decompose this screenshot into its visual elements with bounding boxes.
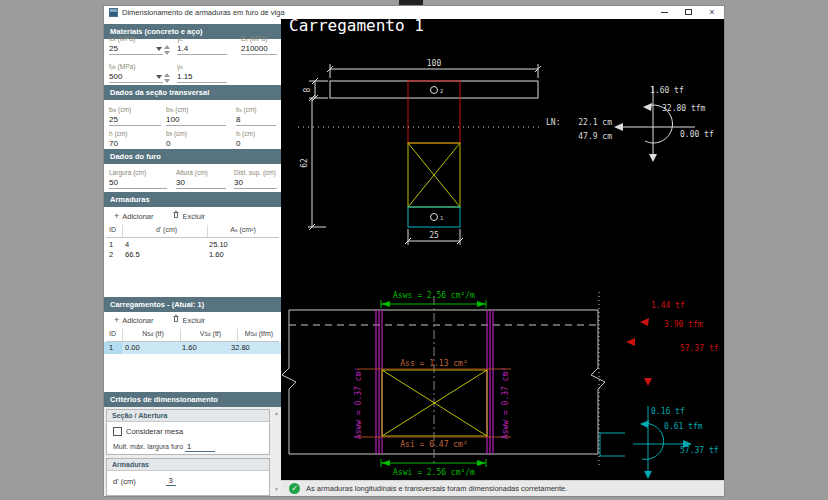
armaduras-table-row[interactable]: 1 4 25.10	[106, 240, 279, 250]
scroll-down-icon[interactable]: ▼	[274, 486, 279, 492]
fyk-spinner[interactable]	[164, 73, 172, 83]
marker-bottom: 1	[440, 215, 443, 221]
asws-label: Asws = 2.56 cm²/m	[393, 291, 475, 300]
dim-flange-thick: 8	[303, 87, 312, 92]
dist-sup-input[interactable]: 30	[234, 178, 277, 189]
armaduras-table-header: ID d' (cm) As (cm²)	[106, 225, 279, 237]
maximize-icon	[685, 9, 692, 15]
ass-label: Ass = 1.13 cm²	[400, 359, 467, 368]
app-window: Dimensionamento de armaduras em furo de …	[103, 5, 725, 497]
canvas-title: Carregamento 1	[289, 19, 424, 35]
section-header-furo: Dados do furo	[104, 149, 281, 164]
armaduras-table-row[interactable]: 2 66.5 1.60	[106, 250, 279, 260]
fck-input[interactable]: 25	[109, 44, 163, 55]
dim-web-width: 25	[429, 231, 439, 240]
minimize-button[interactable]	[652, 6, 676, 19]
marker-top: 2	[440, 88, 443, 94]
bfi-field: bfi (cm) 0	[166, 130, 226, 150]
armaduras-toolbar: +Adicionar Excluir	[104, 209, 281, 222]
bottom-strut-force-diagram: 0.16 tf 0.61 tfm 57.37 tf	[600, 406, 719, 479]
bot-force-n: 57.37 tf	[680, 446, 719, 455]
es-field: Es (MPa) 210000	[241, 35, 277, 55]
normal-force-arrow-icon	[614, 123, 623, 131]
mult-largura-input[interactable]: 1	[185, 442, 215, 452]
gamma-c-input[interactable]: 1.4	[177, 44, 227, 55]
add-rebar-button[interactable]: +Adicionar	[114, 211, 154, 221]
top-strut-bracket	[600, 310, 625, 371]
tfs-field: tfs (cm) 8	[236, 106, 276, 126]
moment-arrow-icon	[640, 420, 649, 428]
app-icon	[109, 8, 118, 17]
spinner-down-icon[interactable]	[164, 79, 170, 83]
force-n: 0.00 tf	[680, 130, 714, 139]
delete-load-button[interactable]: Excluir	[172, 314, 206, 325]
force-v: 1.60 tf	[650, 86, 684, 95]
fyk-input[interactable]: 500	[109, 72, 163, 83]
minimize-icon	[661, 12, 668, 13]
stirrups-right	[487, 310, 493, 454]
d-linha-input[interactable]: 3	[166, 476, 176, 486]
tfi-field: tfi (cm) 0	[236, 130, 276, 150]
mult-largura-label: Mult. máx. largura furo	[113, 443, 183, 450]
altura-input[interactable]: 30	[176, 178, 226, 189]
plus-icon: +	[114, 315, 119, 325]
largura-field: Largura (cm) 50	[109, 169, 167, 189]
bfs-input[interactable]: 100	[166, 115, 226, 126]
h-field: h (cm) 70	[109, 130, 161, 150]
elevation-figure: Ass = 1.13 cm² Asi = 0.47 cm² Asww = 0.3…	[282, 291, 719, 479]
drawing-canvas: Carregamento 1 2 1	[281, 19, 724, 480]
sidebar-panel: Materiais (concreto e aço) fck (MPa) 25 …	[104, 19, 281, 496]
spinner-up-icon[interactable]	[164, 45, 170, 49]
largura-input[interactable]: 50	[109, 178, 167, 189]
gamma-s-field: γs 1.15	[177, 63, 227, 83]
d-linha-label: d' (cm)	[113, 477, 136, 486]
bottom-strut-bracket	[600, 433, 625, 456]
bot-force-v: 0.16 tf	[651, 407, 685, 416]
spinner-down-icon[interactable]	[164, 51, 170, 55]
top-force-n: 57.37 tf	[680, 344, 719, 353]
beam-break-left	[282, 310, 296, 454]
shear-arrow-icon	[644, 378, 652, 386]
maximize-button[interactable]	[676, 6, 700, 19]
carregamentos-table-row-selected[interactable]: 1 0.00 1.60 32.80	[104, 342, 281, 354]
fyk-field: fyk (MPa) 500	[109, 63, 163, 83]
gamma-c-field: γc 1.4	[177, 35, 227, 55]
dropdown-caret-icon[interactable]	[156, 47, 162, 51]
cross-section-figure: 2 1 100	[298, 59, 714, 245]
altura-field: Altura (cm) 30	[176, 169, 226, 189]
considerar-mesa-label: Considerar mesa	[126, 427, 183, 436]
considerar-mesa-checkbox[interactable]	[113, 427, 122, 436]
considerar-mesa-row: Considerar mesa	[113, 427, 183, 436]
dropdown-caret-icon[interactable]	[156, 75, 162, 79]
drawing-svg: Carregamento 1 2 1	[281, 19, 719, 480]
scroll-up-icon[interactable]: ▲	[274, 410, 279, 416]
top-force-m: 3.90 tfm	[664, 320, 703, 329]
spinner-up-icon[interactable]	[164, 73, 170, 77]
es-input[interactable]: 210000	[241, 44, 277, 55]
status-bar: ✓ As armaduras longitudinais e transvers…	[281, 480, 724, 496]
fyk-label: fyk (MPa)	[109, 63, 163, 72]
force-m: 32.80 tfm	[662, 104, 706, 113]
trash-icon	[172, 314, 180, 323]
bw-field: bw (cm) 25	[109, 106, 161, 126]
fck-spinner[interactable]	[164, 45, 172, 55]
success-check-icon: ✓	[289, 483, 300, 494]
shear-arrow-icon	[644, 471, 652, 479]
dist-sup-field: Dist. sup. (cm) 30	[234, 169, 277, 189]
ln-label: LN:	[546, 118, 560, 127]
criterios-armaduras-group: Armaduras d' (cm) 3	[106, 458, 270, 496]
ln-below: 47.9 cm	[578, 132, 612, 141]
section-header-criterios: Critérios de dimensionamento	[104, 392, 281, 407]
add-load-button[interactable]: +Adicionar	[114, 315, 154, 325]
status-message: As armaduras longitudinais e transversai…	[306, 484, 567, 493]
bot-force-m: 0.61 tfm	[664, 422, 703, 431]
bw-input[interactable]: 25	[109, 115, 161, 126]
close-button[interactable]: ×	[700, 6, 724, 19]
trash-icon	[172, 210, 180, 219]
gamma-s-input[interactable]: 1.15	[177, 72, 227, 83]
tfs-input[interactable]: 8	[236, 115, 276, 126]
fck-field: fck (MPa) 25	[109, 35, 163, 55]
title-bar[interactable]: Dimensionamento de armaduras em furo de …	[104, 6, 724, 19]
delete-rebar-button[interactable]: Excluir	[172, 210, 206, 221]
top-force-v: 1.44 tf	[651, 301, 685, 310]
